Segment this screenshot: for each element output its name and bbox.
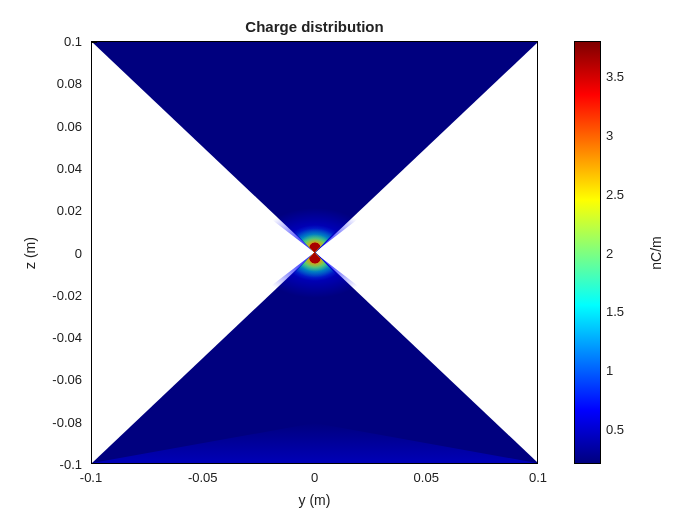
x-tick: -0.05: [188, 470, 218, 485]
colorbar-tick: 3.5: [606, 69, 624, 84]
x-axis-label: y (m): [91, 492, 538, 508]
x-tick: 0.1: [529, 470, 547, 485]
colorbar-ticks: 0.5 1 1.5 2 2.5 3 3.5: [606, 41, 646, 464]
x-axis-ticks: -0.1 -0.05 0 0.05 0.1: [91, 470, 538, 490]
y-tick: -0.04: [52, 330, 88, 345]
colorbar-tick: 0.5: [606, 421, 624, 436]
colorbar-tick: 2.5: [606, 186, 624, 201]
y-tick: -0.08: [52, 414, 88, 429]
y-tick: 0.02: [57, 203, 88, 218]
colorbar-tick: 1: [606, 363, 613, 378]
colorbar-tick: 2: [606, 245, 613, 260]
y-tick: 0.08: [57, 76, 88, 91]
colorbar-label: nC/m: [646, 41, 666, 464]
x-tick: -0.1: [80, 470, 102, 485]
heatmap-axes: [91, 41, 538, 464]
y-tick: -0.02: [52, 287, 88, 302]
figure: Charge distribution z (m) -0.1 -0.08 -0.…: [0, 0, 700, 525]
y-tick: 0.06: [57, 118, 88, 133]
y-tick: 0.1: [64, 34, 88, 49]
colorbar-tick: 3: [606, 127, 613, 142]
bowtie-bottom-triangle: [92, 252, 538, 463]
x-tick: 0: [311, 470, 318, 485]
y-tick: 0.04: [57, 160, 88, 175]
y-axis-ticks: -0.1 -0.08 -0.06 -0.04 -0.02 0 0.02 0.04…: [0, 41, 88, 464]
y-tick: 0: [75, 245, 88, 260]
colorbar-tick: 1.5: [606, 304, 624, 319]
y-tick: -0.06: [52, 372, 88, 387]
colorbar: [574, 41, 601, 464]
chart-title: Charge distribution: [91, 18, 538, 35]
x-tick: 0.05: [414, 470, 439, 485]
bowtie-top-triangle: [92, 42, 538, 253]
